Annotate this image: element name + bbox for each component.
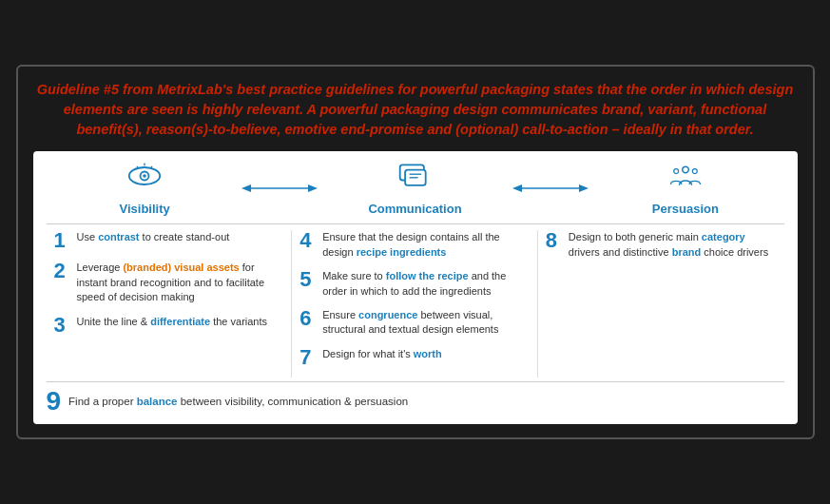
category-highlight: category (702, 231, 745, 242)
arrow-2 (494, 182, 606, 195)
balance-highlight: balance (137, 396, 178, 407)
number-6: 6 (299, 308, 317, 329)
guideline-3: 3 Unite the line & differentiate the var… (54, 315, 284, 336)
number-9: 9 (47, 388, 62, 415)
contrast-highlight: contrast (98, 231, 139, 242)
follow-recipe-highlight: follow the recipe (386, 270, 469, 281)
number-3: 3 (54, 315, 71, 336)
number-1: 1 (54, 230, 71, 251)
worth-highlight: worth (414, 348, 442, 359)
arrow-1 (224, 182, 336, 195)
guideline-6: 6 Ensure congruence between visual, stru… (299, 308, 530, 338)
recipe-ingredients-highlight: recipe ingredients (357, 246, 447, 258)
item-6-text: Ensure congruence between visual, struct… (322, 308, 530, 338)
white-box: Visibility (33, 151, 798, 423)
person-group-icon (668, 161, 703, 198)
item-8-text: Design to both generic main category dri… (569, 230, 777, 260)
differentiate-highlight: differentiate (150, 316, 210, 327)
number-2: 2 (54, 261, 71, 281)
outer-container: Guideline #5 from MetrixLab's best pract… (16, 65, 815, 438)
guideline-2: 2 Leverage (branded) visual assets for i… (54, 261, 284, 304)
number-8: 8 (546, 230, 563, 251)
guideline-4: 4 Ensure that the design contains all th… (299, 230, 530, 260)
item-4-text: Ensure that the design contains all the … (322, 230, 530, 260)
eye-icon (127, 161, 162, 198)
svg-point-16 (683, 167, 689, 174)
guideline-8: 8 Design to both generic main category d… (546, 230, 777, 260)
svg-marker-15 (579, 184, 589, 192)
svg-marker-7 (241, 184, 251, 192)
svg-point-18 (692, 169, 697, 174)
col-visibility-content: 1 Use contrast to create stand-out 2 Lev… (47, 230, 293, 377)
bottom-row: 9 Find a proper balance between visibili… (47, 381, 784, 415)
guideline-7: 7 Design for what it's worth (299, 347, 530, 368)
guideline-1: 1 Use contrast to create stand-out (54, 230, 284, 251)
col-header-persuasion: Persuasion (606, 161, 764, 216)
item-3-text: Unite the line & differentiate the varia… (77, 315, 268, 329)
col-header-visibility: Visibility (66, 161, 224, 216)
col-label-persuasion: Persuasion (652, 202, 719, 216)
content-grid: 1 Use contrast to create stand-out 2 Lev… (47, 223, 784, 377)
svg-point-17 (674, 169, 679, 174)
number-4: 4 (299, 230, 317, 251)
guideline-5: 5 Make sure to follow the recipe and the… (299, 269, 530, 299)
col-communication-content: 4 Ensure that the design contains all th… (292, 230, 538, 377)
item-1-text: Use contrast to create stand-out (77, 230, 230, 244)
item-5-text: Make sure to follow the recipe and the o… (322, 269, 530, 299)
col-header-communication: Communication (336, 161, 494, 216)
brand-highlight: brand (672, 246, 702, 258)
bottom-text: Find a proper balance between visibility… (68, 396, 408, 407)
svg-marker-14 (512, 184, 522, 192)
branded-highlight: (branded) visual assets (123, 262, 239, 273)
item-7-text: Design for what it's worth (322, 347, 442, 361)
header-text: Guideline #5 from MetrixLab's best pract… (33, 80, 798, 140)
svg-marker-8 (308, 184, 318, 192)
item-2-text: Leverage (branded) visual assets for ins… (77, 261, 284, 304)
number-5: 5 (299, 269, 317, 290)
columns-header: Visibility (47, 161, 784, 216)
col-persuasion-content: 8 Design to both generic main category d… (538, 230, 784, 377)
svg-point-2 (143, 175, 146, 179)
col-label-visibility: Visibility (120, 202, 170, 216)
col-label-communication: Communication (368, 202, 461, 216)
number-7: 7 (299, 347, 317, 368)
congruence-highlight: congruence (358, 309, 417, 320)
chat-icon (397, 161, 432, 198)
